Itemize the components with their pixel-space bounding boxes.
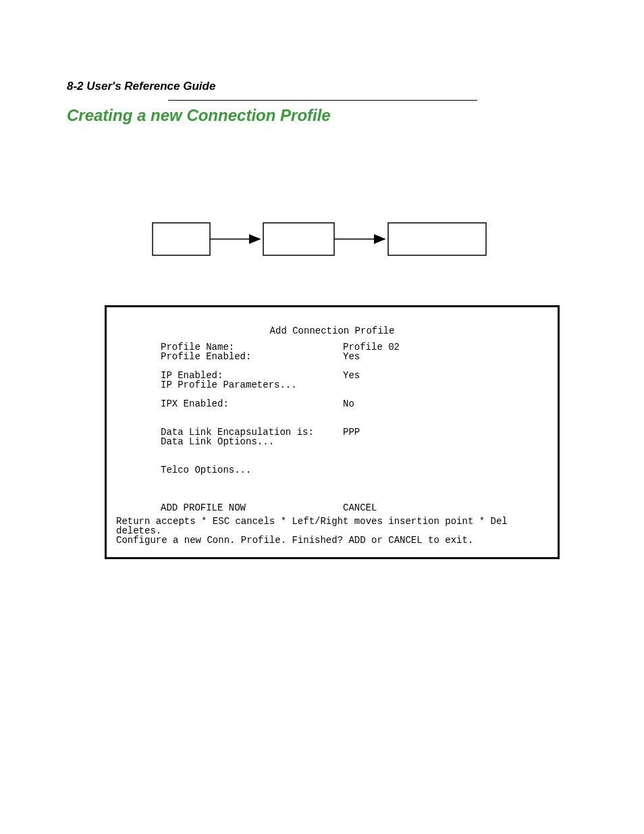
ip-enabled-label: IP Enabled: xyxy=(161,371,343,380)
ip-enabled-value: Yes xyxy=(343,371,360,380)
page: 8-2 User's Reference Guide Creating a ne… xyxy=(0,0,644,834)
flow-diagram xyxy=(152,216,496,263)
row-profile-name[interactable]: Profile Name: Profile 02 xyxy=(161,342,551,352)
flow-diagram-svg xyxy=(152,216,496,263)
row-datalink-options[interactable]: Data Link Options... xyxy=(161,437,551,446)
profile-enabled-value: Yes xyxy=(343,352,360,361)
diagram-box-3 xyxy=(388,223,486,255)
row-profile-enabled[interactable]: Profile Enabled: Yes xyxy=(161,352,551,361)
header-divider xyxy=(168,100,477,101)
footer-line-2: Configure a new Conn. Profile. Finished?… xyxy=(116,536,551,545)
page-header: 8-2 User's Reference Guide Creating a ne… xyxy=(67,80,579,125)
row-ip-profile-params[interactable]: IP Profile Parameters... xyxy=(161,380,551,390)
row-telco-options[interactable]: Telco Options... xyxy=(161,465,551,475)
row-ipx-enabled[interactable]: IPX Enabled: No xyxy=(161,399,551,409)
diagram-box-1 xyxy=(153,223,210,255)
row-ip-enabled[interactable]: IP Enabled: Yes xyxy=(161,371,551,380)
ipx-enabled-value: No xyxy=(343,399,354,409)
terminal-title: Add Connection Profile xyxy=(113,326,551,336)
ipx-enabled-label: IPX Enabled: xyxy=(161,399,343,409)
page-reference: 8-2 User's Reference Guide xyxy=(67,80,579,93)
profile-name-label: Profile Name: xyxy=(161,342,343,352)
terminal-footer: Return accepts * ESC cancels * Left/Righ… xyxy=(113,513,551,545)
diagram-box-2 xyxy=(263,223,334,255)
terminal-screen: Add Connection Profile Profile Name: Pro… xyxy=(105,305,560,559)
add-profile-button[interactable]: ADD PROFILE NOW xyxy=(161,503,343,513)
datalink-options-label: Data Link Options... xyxy=(161,437,343,446)
row-actions: ADD PROFILE NOW CANCEL xyxy=(161,503,551,513)
profile-name-value: Profile 02 xyxy=(343,342,400,352)
section-title: Creating a new Connection Profile xyxy=(67,106,579,125)
terminal-body: Profile Name: Profile 02 Profile Enabled… xyxy=(113,342,551,513)
datalink-encap-label: Data Link Encapsulation is: xyxy=(161,427,343,437)
row-datalink-encap[interactable]: Data Link Encapsulation is: PPP xyxy=(161,427,551,437)
ip-profile-params-label: IP Profile Parameters... xyxy=(161,380,343,390)
cancel-button[interactable]: CANCEL xyxy=(343,503,377,513)
telco-options-label: Telco Options... xyxy=(161,465,343,475)
datalink-encap-value: PPP xyxy=(343,427,360,437)
footer-line-1: Return accepts * ESC cancels * Left/Righ… xyxy=(116,517,551,536)
profile-enabled-label: Profile Enabled: xyxy=(161,352,343,361)
